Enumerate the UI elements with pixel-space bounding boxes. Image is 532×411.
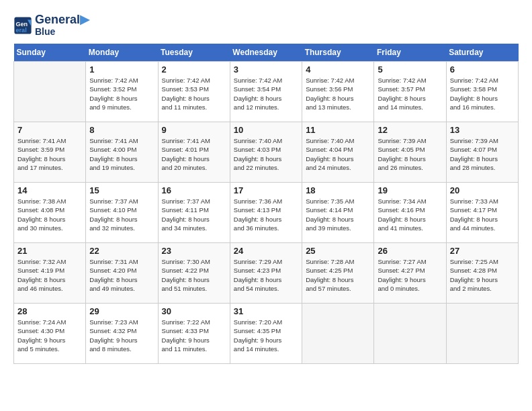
cell-info: Sunrise: 7:41 AM Sunset: 3:59 PM Dayligh…	[17, 136, 82, 172]
cell-info: Sunrise: 7:31 AM Sunset: 4:20 PM Dayligh…	[89, 257, 154, 293]
day-number: 3	[234, 64, 298, 75]
weekday-header-tuesday: Tuesday	[158, 44, 230, 62]
day-number: 19	[378, 185, 442, 195]
cell-info: Sunrise: 7:39 AM Sunset: 4:05 PM Dayligh…	[378, 136, 442, 172]
calendar-cell: 22Sunrise: 7:31 AM Sunset: 4:20 PM Dayli…	[86, 243, 158, 304]
calendar-cell: 21Sunrise: 7:32 AM Sunset: 4:19 PM Dayli…	[14, 243, 86, 304]
day-number: 25	[306, 246, 370, 256]
day-number: 29	[89, 306, 154, 316]
cell-info: Sunrise: 7:32 AM Sunset: 4:19 PM Dayligh…	[17, 257, 82, 293]
day-number: 15	[89, 185, 154, 195]
calendar-cell: 18Sunrise: 7:35 AM Sunset: 4:14 PM Dayli…	[302, 183, 374, 243]
svg-text:eral: eral	[16, 26, 27, 33]
calendar-cell: 29Sunrise: 7:23 AM Sunset: 4:32 PM Dayli…	[86, 304, 158, 364]
cell-info: Sunrise: 7:20 AM Sunset: 4:35 PM Dayligh…	[234, 318, 298, 353]
calendar-cell	[374, 304, 446, 364]
day-number: 26	[378, 246, 442, 256]
day-number: 22	[89, 246, 154, 256]
cell-info: Sunrise: 7:33 AM Sunset: 4:17 PM Dayligh…	[450, 197, 515, 232]
week-row-1: 1Sunrise: 7:42 AM Sunset: 3:52 PM Daylig…	[14, 62, 519, 122]
calendar-cell: 13Sunrise: 7:39 AM Sunset: 4:07 PM Dayli…	[446, 122, 518, 183]
cell-info: Sunrise: 7:42 AM Sunset: 3:58 PM Dayligh…	[450, 76, 515, 111]
calendar-cell: 5Sunrise: 7:42 AM Sunset: 3:57 PM Daylig…	[374, 62, 446, 122]
day-number: 10	[234, 125, 298, 135]
cell-info: Sunrise: 7:35 AM Sunset: 4:14 PM Dayligh…	[306, 197, 370, 232]
cell-info: Sunrise: 7:29 AM Sunset: 4:23 PM Dayligh…	[234, 257, 298, 293]
calendar-cell: 12Sunrise: 7:39 AM Sunset: 4:05 PM Dayli…	[374, 122, 446, 183]
cell-info: Sunrise: 7:37 AM Sunset: 4:11 PM Dayligh…	[162, 197, 226, 232]
cell-info: Sunrise: 7:42 AM Sunset: 3:56 PM Dayligh…	[306, 76, 370, 111]
calendar-cell: 6Sunrise: 7:42 AM Sunset: 3:58 PM Daylig…	[446, 62, 518, 122]
cell-info: Sunrise: 7:42 AM Sunset: 3:54 PM Dayligh…	[234, 76, 298, 111]
day-number: 7	[17, 125, 82, 135]
calendar-cell: 15Sunrise: 7:37 AM Sunset: 4:10 PM Dayli…	[86, 183, 158, 243]
cell-info: Sunrise: 7:27 AM Sunset: 4:27 PM Dayligh…	[378, 257, 442, 293]
calendar-cell: 27Sunrise: 7:25 AM Sunset: 4:28 PM Dayli…	[446, 243, 518, 304]
calendar-cell: 8Sunrise: 7:41 AM Sunset: 4:00 PM Daylig…	[86, 122, 158, 183]
cell-info: Sunrise: 7:23 AM Sunset: 4:32 PM Dayligh…	[89, 318, 154, 353]
cell-info: Sunrise: 7:24 AM Sunset: 4:30 PM Dayligh…	[17, 318, 82, 353]
logo-general: General▶	[35, 13, 89, 27]
cell-info: Sunrise: 7:40 AM Sunset: 4:03 PM Dayligh…	[234, 136, 298, 172]
calendar-cell: 19Sunrise: 7:34 AM Sunset: 4:16 PM Dayli…	[374, 183, 446, 243]
cell-info: Sunrise: 7:38 AM Sunset: 4:08 PM Dayligh…	[17, 197, 82, 232]
logo-blue: Blue	[35, 27, 89, 37]
weekday-header-friday: Friday	[374, 44, 446, 62]
calendar-cell: 1Sunrise: 7:42 AM Sunset: 3:52 PM Daylig…	[86, 62, 158, 122]
cell-info: Sunrise: 7:22 AM Sunset: 4:33 PM Dayligh…	[162, 318, 226, 353]
page-header: Gen eral General▶ Blue	[13, 13, 519, 37]
day-number: 21	[17, 246, 82, 256]
day-number: 14	[17, 185, 82, 195]
calendar-cell: 7Sunrise: 7:41 AM Sunset: 3:59 PM Daylig…	[14, 122, 86, 183]
header-row: SundayMondayTuesdayWednesdayThursdayFrid…	[14, 44, 519, 62]
cell-info: Sunrise: 7:40 AM Sunset: 4:04 PM Dayligh…	[306, 136, 370, 172]
day-number: 27	[450, 246, 515, 256]
calendar-cell: 20Sunrise: 7:33 AM Sunset: 4:17 PM Dayli…	[446, 183, 518, 243]
calendar-cell: 11Sunrise: 7:40 AM Sunset: 4:04 PM Dayli…	[302, 122, 374, 183]
day-number: 23	[162, 246, 226, 256]
calendar-cell: 2Sunrise: 7:42 AM Sunset: 3:53 PM Daylig…	[158, 62, 230, 122]
weekday-header-saturday: Saturday	[446, 44, 518, 62]
day-number: 24	[234, 246, 298, 256]
cell-info: Sunrise: 7:42 AM Sunset: 3:52 PM Dayligh…	[89, 76, 154, 111]
day-number: 18	[306, 185, 370, 195]
calendar-cell	[302, 304, 374, 364]
week-row-2: 7Sunrise: 7:41 AM Sunset: 3:59 PM Daylig…	[14, 122, 519, 183]
cell-info: Sunrise: 7:42 AM Sunset: 3:53 PM Dayligh…	[162, 76, 226, 111]
logo-icon: Gen eral	[13, 16, 32, 35]
calendar-cell: 3Sunrise: 7:42 AM Sunset: 3:54 PM Daylig…	[230, 62, 302, 122]
calendar-cell: 4Sunrise: 7:42 AM Sunset: 3:56 PM Daylig…	[302, 62, 374, 122]
day-number: 13	[450, 125, 515, 135]
day-number: 2	[162, 64, 226, 75]
day-number: 12	[378, 125, 442, 135]
day-number: 4	[306, 64, 370, 75]
day-number: 31	[234, 306, 298, 316]
day-number: 16	[162, 185, 226, 195]
logo: Gen eral General▶ Blue	[13, 13, 89, 37]
cell-info: Sunrise: 7:34 AM Sunset: 4:16 PM Dayligh…	[378, 197, 442, 232]
weekday-header-wednesday: Wednesday	[230, 44, 302, 62]
day-number: 20	[450, 185, 515, 195]
weekday-header-sunday: Sunday	[14, 44, 86, 62]
day-number: 1	[89, 64, 154, 75]
day-number: 6	[450, 64, 515, 75]
cell-info: Sunrise: 7:37 AM Sunset: 4:10 PM Dayligh…	[89, 197, 154, 232]
calendar-cell	[446, 304, 518, 364]
day-number: 5	[378, 64, 442, 75]
calendar-cell: 9Sunrise: 7:41 AM Sunset: 4:01 PM Daylig…	[158, 122, 230, 183]
calendar-cell: 14Sunrise: 7:38 AM Sunset: 4:08 PM Dayli…	[14, 183, 86, 243]
weekday-header-monday: Monday	[86, 44, 158, 62]
cell-info: Sunrise: 7:28 AM Sunset: 4:25 PM Dayligh…	[306, 257, 370, 293]
calendar-cell: 28Sunrise: 7:24 AM Sunset: 4:30 PM Dayli…	[14, 304, 86, 364]
week-row-5: 28Sunrise: 7:24 AM Sunset: 4:30 PM Dayli…	[14, 304, 519, 364]
cell-info: Sunrise: 7:39 AM Sunset: 4:07 PM Dayligh…	[450, 136, 515, 172]
calendar-cell: 23Sunrise: 7:30 AM Sunset: 4:22 PM Dayli…	[158, 243, 230, 304]
cell-info: Sunrise: 7:42 AM Sunset: 3:57 PM Dayligh…	[378, 76, 442, 111]
cell-info: Sunrise: 7:30 AM Sunset: 4:22 PM Dayligh…	[162, 257, 226, 293]
calendar-cell: 30Sunrise: 7:22 AM Sunset: 4:33 PM Dayli…	[158, 304, 230, 364]
cell-info: Sunrise: 7:41 AM Sunset: 4:01 PM Dayligh…	[162, 136, 226, 172]
calendar-cell: 25Sunrise: 7:28 AM Sunset: 4:25 PM Dayli…	[302, 243, 374, 304]
calendar-cell: 17Sunrise: 7:36 AM Sunset: 4:13 PM Dayli…	[230, 183, 302, 243]
calendar-cell: 31Sunrise: 7:20 AM Sunset: 4:35 PM Dayli…	[230, 304, 302, 364]
calendar-cell: 10Sunrise: 7:40 AM Sunset: 4:03 PM Dayli…	[230, 122, 302, 183]
